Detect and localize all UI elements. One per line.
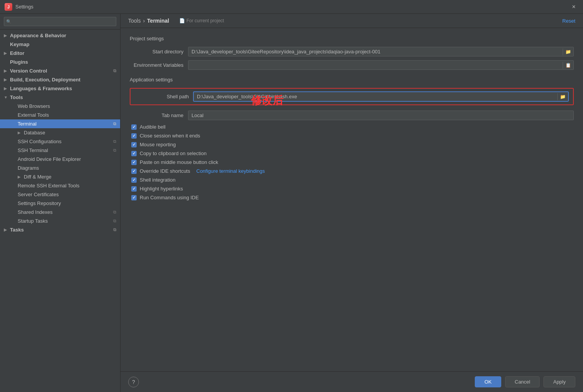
copy-icon: ⧉ bbox=[113, 148, 116, 153]
apply-button[interactable]: Apply bbox=[543, 376, 575, 387]
sidebar-item-label: Build, Execution, Deployment bbox=[10, 77, 80, 83]
close-session-checkbox[interactable] bbox=[131, 133, 137, 139]
sidebar-item-appearance[interactable]: ▶ Appearance & Behavior bbox=[0, 31, 120, 40]
shell-path-browse-button[interactable]: 📁 bbox=[557, 93, 568, 100]
copy-icon: ⧉ bbox=[113, 68, 116, 73]
chevron-right-icon: ▶ bbox=[4, 228, 8, 232]
bottom-bar: ? OK Cancel Apply bbox=[121, 371, 583, 392]
audible-bell-checkbox[interactable] bbox=[131, 124, 137, 130]
sidebar-item-diff-merge[interactable]: ▶ Diff & Merge bbox=[0, 172, 120, 181]
sidebar-item-tools[interactable]: ▼ Tools bbox=[0, 93, 120, 102]
override-ide-checkbox[interactable] bbox=[131, 169, 137, 174]
sidebar-item-label: SSH Configurations bbox=[18, 139, 61, 144]
sidebar-item-web-browsers[interactable]: Web Browsers bbox=[0, 102, 120, 111]
sidebar-item-shared-indexes[interactable]: Shared Indexes ⧉ bbox=[0, 208, 120, 217]
chevron-right-icon: ▶ bbox=[4, 78, 8, 82]
start-directory-row: Start directory 📁 bbox=[130, 47, 574, 56]
sidebar-item-label: Diagrams bbox=[18, 165, 39, 171]
title-bar-left: J Settings bbox=[5, 3, 33, 11]
sidebar-item-ssh-configurations[interactable]: SSH Configurations ⧉ bbox=[0, 137, 120, 146]
sidebar-item-remote-ssh[interactable]: Remote SSH External Tools bbox=[0, 181, 120, 190]
env-variables-input-wrapper: 📋 bbox=[188, 60, 574, 70]
help-button[interactable]: ? bbox=[128, 377, 139, 387]
tab-name-input-wrapper bbox=[188, 111, 574, 120]
highlight-hyperlinks-label: Highlight hyperlinks bbox=[140, 186, 183, 192]
close-button[interactable]: × bbox=[569, 2, 578, 12]
highlight-hyperlinks-checkbox[interactable] bbox=[131, 186, 137, 192]
override-ide-label: Override IDE shortcuts bbox=[140, 168, 190, 174]
sidebar-item-build[interactable]: ▶ Build, Execution, Deployment bbox=[0, 75, 120, 84]
project-settings-section: Project settings Start directory 📁 Envir… bbox=[130, 36, 574, 70]
sidebar-item-label: Database bbox=[24, 130, 45, 136]
sidebar-item-database[interactable]: ▶ Database bbox=[0, 128, 120, 137]
sidebar-item-label: External Tools bbox=[18, 112, 49, 118]
sidebar: ▶ Appearance & Behavior Keymap ▶ Editor … bbox=[0, 14, 121, 392]
sidebar-item-startup-tasks[interactable]: Startup Tasks ⧉ bbox=[0, 217, 120, 225]
sidebar-item-label: Startup Tasks bbox=[18, 218, 48, 224]
tab-name-input[interactable] bbox=[188, 111, 573, 120]
checkbox-copy-clipboard: Copy to clipboard on selection bbox=[130, 151, 574, 156]
ok-button[interactable]: OK bbox=[475, 376, 501, 387]
sidebar-item-diagrams[interactable]: Diagrams bbox=[0, 164, 120, 172]
tab-name-row: Tab name bbox=[130, 111, 574, 120]
sidebar-item-version-control[interactable]: ▶ Version Control ⧉ bbox=[0, 66, 120, 75]
sidebar-item-plugins[interactable]: Plugins bbox=[0, 58, 120, 66]
sidebar-item-server-certs[interactable]: Server Certificates bbox=[0, 190, 120, 199]
panel-header: Tools › Terminal 📄 For current project R… bbox=[121, 14, 583, 28]
paste-middle-checkbox[interactable] bbox=[131, 160, 137, 165]
title-bar: J Settings × bbox=[0, 0, 583, 14]
configure-keybindings-link[interactable]: Configure terminal keybindings bbox=[197, 168, 265, 174]
checkbox-run-commands: Run Commands using IDE bbox=[130, 195, 574, 200]
sidebar-item-android-device[interactable]: Android Device File Explorer bbox=[0, 155, 120, 164]
sidebar-item-terminal[interactable]: Terminal ⧉ bbox=[0, 119, 120, 128]
chevron-right-icon: ▶ bbox=[18, 131, 22, 135]
search-input[interactable] bbox=[4, 17, 116, 26]
start-directory-input[interactable] bbox=[188, 47, 563, 56]
breadcrumb: Tools › Terminal 📄 For current project bbox=[128, 18, 224, 24]
sidebar-item-keymap[interactable]: Keymap bbox=[0, 40, 120, 49]
sidebar-item-label: Shared Indexes bbox=[18, 209, 53, 215]
sidebar-item-label: Editor bbox=[10, 50, 25, 56]
audible-bell-label: Audible bell bbox=[140, 124, 165, 130]
breadcrumb-current: Terminal bbox=[147, 18, 169, 24]
window-title: Settings bbox=[15, 4, 33, 10]
env-variables-input[interactable] bbox=[188, 61, 563, 69]
sidebar-item-ssh-terminal[interactable]: SSH Terminal ⧉ bbox=[0, 146, 120, 155]
copy-icon: ⧉ bbox=[113, 210, 116, 215]
copy-icon: ⧉ bbox=[113, 139, 116, 144]
sidebar-item-languages[interactable]: ▶ Languages & Frameworks bbox=[0, 84, 120, 93]
cancel-button[interactable]: Cancel bbox=[505, 376, 540, 387]
sidebar-item-editor[interactable]: ▶ Editor bbox=[0, 49, 120, 58]
shell-path-input[interactable] bbox=[194, 92, 557, 101]
right-panel: Tools › Terminal 📄 For current project R… bbox=[121, 14, 583, 392]
for-project-label: For current project bbox=[187, 18, 224, 23]
sidebar-item-label: Tools bbox=[10, 94, 23, 100]
app-settings-title: Application settings bbox=[130, 77, 574, 83]
shell-integration-checkbox[interactable] bbox=[131, 177, 137, 183]
project-icon: 📄 bbox=[179, 18, 185, 23]
start-directory-browse-button[interactable]: 📁 bbox=[563, 48, 573, 55]
copy-icon: ⧉ bbox=[113, 218, 116, 223]
sidebar-item-label: Android Device File Explorer bbox=[18, 156, 81, 162]
copy-clipboard-checkbox[interactable] bbox=[131, 151, 137, 156]
run-commands-checkbox[interactable] bbox=[131, 195, 137, 200]
breadcrumb-parent: Tools bbox=[128, 18, 141, 24]
mouse-reporting-checkbox[interactable] bbox=[131, 142, 137, 147]
env-variables-browse-button[interactable]: 📋 bbox=[563, 62, 573, 69]
checkbox-mouse-reporting: Mouse reporting bbox=[130, 142, 574, 147]
sidebar-item-label: Tasks bbox=[10, 227, 24, 233]
checkbox-close-session: Close session when it ends bbox=[130, 133, 574, 139]
reset-button[interactable]: Reset bbox=[562, 18, 575, 24]
checkbox-highlight-hyperlinks: Highlight hyperlinks bbox=[130, 186, 574, 192]
sidebar-item-label: Plugins bbox=[10, 59, 28, 65]
main-container: ▶ Appearance & Behavior Keymap ▶ Editor … bbox=[0, 14, 583, 392]
start-directory-label: Start directory bbox=[130, 49, 183, 55]
sidebar-item-tasks[interactable]: ▶ Tasks ⧉ bbox=[0, 225, 120, 234]
env-variables-label: Environment Variables bbox=[130, 62, 183, 68]
shell-path-input-wrapper: 📁 bbox=[193, 92, 568, 101]
sidebar-nav: ▶ Appearance & Behavior Keymap ▶ Editor … bbox=[0, 30, 120, 392]
sidebar-item-external-tools[interactable]: External Tools bbox=[0, 111, 120, 119]
sidebar-item-settings-repo[interactable]: Settings Repository bbox=[0, 199, 120, 208]
close-session-label: Close session when it ends bbox=[140, 133, 200, 139]
chevron-right-icon: ▶ bbox=[4, 86, 8, 91]
